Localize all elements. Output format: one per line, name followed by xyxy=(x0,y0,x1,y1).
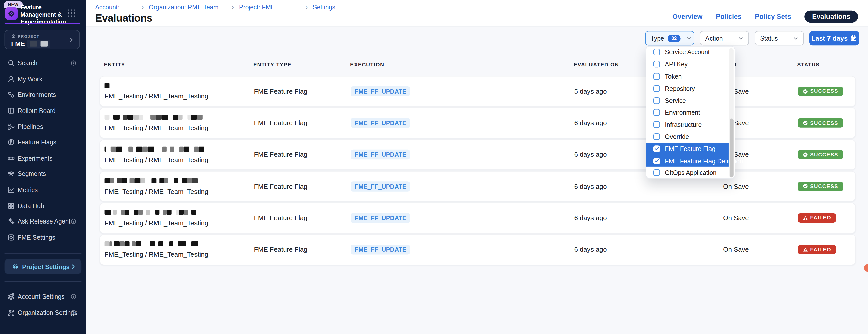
pipeline-icon xyxy=(7,123,15,130)
breadcrumb-link-organization-rme-team[interactable]: Organization: RME Team xyxy=(149,4,218,10)
sidebar-item-organization-settings[interactable]: Organization Settings xyxy=(0,305,86,321)
checkbox[interactable] xyxy=(653,170,660,176)
entity-type: FME Feature Flag xyxy=(254,214,307,222)
app-switcher-icon[interactable] xyxy=(68,9,76,17)
redaction-block xyxy=(168,178,174,183)
board-icon xyxy=(7,107,15,115)
type-filter[interactable]: Type 02 xyxy=(645,31,694,45)
status-badge: SUCCESS xyxy=(798,87,843,96)
sidebar-item-ask-release-agent[interactable]: Ask Release Agent xyxy=(0,214,86,230)
sidebar-item-data-hub[interactable]: Data Hub xyxy=(0,198,86,214)
dropdown-option-service-account[interactable]: Service Account xyxy=(646,46,728,58)
checkbox[interactable] xyxy=(653,121,660,128)
date-range-button[interactable]: Last 7 days xyxy=(809,31,859,45)
nav-overview[interactable]: Overview xyxy=(672,13,703,21)
checkbox[interactable] xyxy=(653,146,660,152)
redaction-block xyxy=(114,178,117,183)
redaction-block xyxy=(148,147,154,152)
nav-policy-sets[interactable]: Policy Sets xyxy=(755,13,791,21)
redaction-block xyxy=(125,242,130,247)
action-filter[interactable]: Action xyxy=(700,31,749,45)
sidebar-item-rollout-board[interactable]: Rollout Board xyxy=(0,103,86,119)
dropdown-option-service[interactable]: Service xyxy=(646,94,728,107)
redaction-block xyxy=(117,210,121,215)
redaction-block xyxy=(133,115,139,120)
checkbox[interactable] xyxy=(653,85,660,92)
execution-link[interactable]: FME_FF_UPDATE xyxy=(351,118,410,128)
entity-path: FME_Testing / RME_Team_Testing xyxy=(105,124,208,132)
dropdown-option-gitops-application[interactable]: GitOps Application xyxy=(646,167,728,179)
sidebar-item-experiments[interactable]: Experiments xyxy=(0,150,86,166)
breadcrumb-link-account-[interactable]: Account: xyxy=(95,4,120,10)
entity-path: FME_Testing / RME_Team_Testing xyxy=(105,219,208,227)
sidebar-item-fme-settings[interactable]: FME Settings xyxy=(0,230,86,245)
execution-link[interactable]: FME_FF_UPDATE xyxy=(351,150,410,159)
status-filter-label: Status xyxy=(760,35,778,41)
dropdown-option-infrastructure[interactable]: Infrastructure xyxy=(646,119,728,131)
status-filter[interactable]: Status xyxy=(754,31,804,45)
redaction-block xyxy=(123,115,127,120)
dropdown-option-fme-feature-flag-definition[interactable]: FME Feature Flag Definition xyxy=(646,155,728,167)
execution-link[interactable]: FME_FF_UPDATE xyxy=(351,245,410,255)
redacted-entity-name xyxy=(105,115,203,120)
redaction-block xyxy=(117,178,122,183)
table-row[interactable]: FME_Testing / RME_Team_Testing FME Featu… xyxy=(100,203,856,233)
redaction-block xyxy=(111,210,114,215)
nav-policies[interactable]: Policies xyxy=(716,13,741,21)
info-icon[interactable] xyxy=(70,60,77,66)
redaction-block xyxy=(105,147,106,152)
sidebar-item-my-work[interactable]: My Work xyxy=(0,71,86,87)
nav-evaluations[interactable]: Evaluations xyxy=(804,10,858,23)
redaction-block xyxy=(144,115,151,120)
sidebar-item-environments[interactable]: Environments xyxy=(0,87,86,103)
checkbox[interactable] xyxy=(653,97,660,104)
redaction-block xyxy=(129,210,134,215)
info-icon[interactable] xyxy=(70,309,77,316)
sidebar-item-metrics[interactable]: Metrics xyxy=(0,182,86,198)
execution-link[interactable]: FME_FF_UPDATE xyxy=(351,86,410,96)
checkbox[interactable] xyxy=(653,157,660,164)
execution-link[interactable]: FME_FF_UPDATE xyxy=(351,213,410,223)
project-selector[interactable]: PROJECT FME xyxy=(4,30,80,49)
redaction-block xyxy=(120,242,125,247)
sidebar-item-account-settings[interactable]: Account Settings xyxy=(0,289,86,305)
breadcrumb-link-project-fme[interactable]: Project: FME xyxy=(239,4,275,10)
sidebar-item-pipelines[interactable]: Pipelines xyxy=(0,119,86,134)
dropdown-option-repository[interactable]: Repository xyxy=(646,82,728,94)
warning-triangle-icon xyxy=(803,215,808,221)
sidebar-item-feature-flags[interactable]: Feature Flags xyxy=(0,134,86,150)
checkbox[interactable] xyxy=(653,73,660,80)
info-icon[interactable] xyxy=(70,294,77,300)
dropdown-option-override[interactable]: Override xyxy=(646,131,728,143)
checkbox[interactable] xyxy=(653,49,660,55)
redaction-block xyxy=(112,242,114,247)
redaction-block xyxy=(174,147,179,152)
table-row[interactable]: FME_Testing / RME_Team_Testing FME Featu… xyxy=(100,171,856,202)
dropdown-option-fme-feature-flag[interactable]: FME Feature Flag xyxy=(646,143,728,155)
app-window: NEW Feature Management & Experimentation… xyxy=(0,0,868,334)
breadcrumb-link-settings[interactable]: Settings xyxy=(313,4,335,10)
info-icon[interactable] xyxy=(70,218,77,225)
table-row[interactable]: FME_Testing / RME_Team_Testing FME Featu… xyxy=(100,108,856,138)
checkbox[interactable] xyxy=(653,109,660,116)
redaction-block xyxy=(189,147,194,152)
redaction-block xyxy=(184,210,188,215)
redaction-block xyxy=(125,210,129,215)
checkbox[interactable] xyxy=(653,133,660,140)
dropdown-option-api-key[interactable]: API Key xyxy=(646,58,728,70)
page-title: Evaluations xyxy=(95,12,152,24)
dropdown-option-environment[interactable]: Environment xyxy=(646,107,728,119)
table-row[interactable]: FME_Testing / RME_Team_Testing FME Featu… xyxy=(100,139,856,170)
dropdown-scrollbar-thumb[interactable] xyxy=(730,118,733,177)
execution-link[interactable]: FME_FF_UPDATE xyxy=(351,181,410,191)
checkbox[interactable] xyxy=(653,61,660,67)
dropdown-option-token[interactable]: Token xyxy=(646,70,728,82)
sidebar-item-search[interactable]: Search xyxy=(0,55,86,71)
redaction-block xyxy=(158,242,163,247)
table-row[interactable]: FME_Testing / RME_Team_Testing FME Featu… xyxy=(100,76,856,107)
sidebar-item-segments[interactable]: Segments xyxy=(0,166,86,182)
chevron-down-icon xyxy=(733,35,743,41)
sidebar-item-project-settings[interactable]: Project Settings xyxy=(4,259,82,274)
table-row[interactable]: FME_Testing / RME_Team_Testing FME Featu… xyxy=(100,234,856,265)
ruler-icon xyxy=(7,154,15,162)
